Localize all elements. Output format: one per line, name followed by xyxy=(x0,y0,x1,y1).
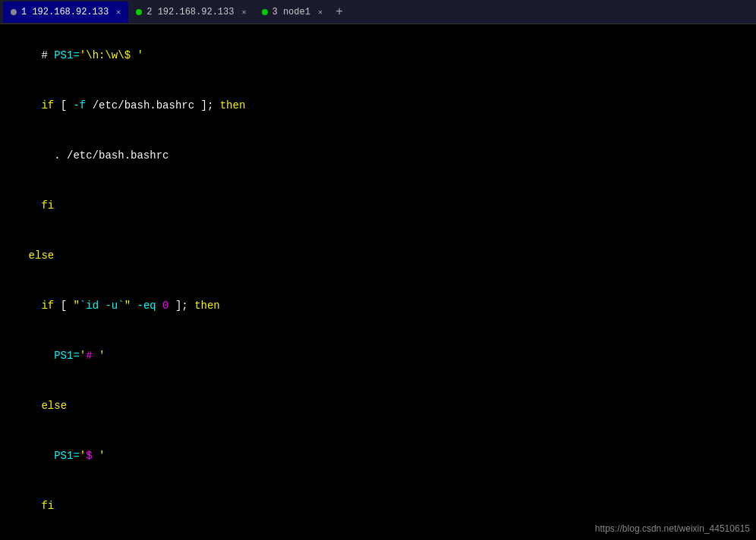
tab-3-dot xyxy=(262,9,268,15)
terminal: # PS1='\h:\w\$ ' if [ -f /etc/bash.bashr… xyxy=(0,24,756,540)
watermark: https://blog.csdn.net/weixin_44510615 xyxy=(595,523,750,534)
tab-1-dot xyxy=(11,9,17,15)
terminal-line: else xyxy=(3,231,753,281)
terminal-line: fi xyxy=(3,181,753,231)
terminal-line: else xyxy=(3,381,753,431)
tab-1-label: 1 192.168.92.133 xyxy=(21,7,109,17)
tab-3-label: 3 node1 xyxy=(272,7,310,17)
tab-3[interactable]: 3 node1 ✕ xyxy=(254,2,330,23)
terminal-line: PS1='# ' xyxy=(3,331,753,381)
terminal-line: # PS1='\h:\w\$ ' xyxy=(3,30,753,80)
tab-2-close[interactable]: ✕ xyxy=(241,8,246,17)
tab-2-label: 2 192.168.92.133 xyxy=(146,7,234,17)
terminal-line: if [ "`id -u`" -eq 0 ]; then xyxy=(3,281,753,331)
terminal-line: PS1='$ ' xyxy=(3,431,753,481)
terminal-line: if [ -f /etc/bash.bashrc ]; then xyxy=(3,80,753,130)
tab-2[interactable]: 2 192.168.92.133 ✕ xyxy=(128,2,254,23)
terminal-line: . /etc/bash.bashrc xyxy=(3,130,753,181)
tab-1[interactable]: 1 192.168.92.133 ✕ xyxy=(3,2,128,23)
tab-3-close[interactable]: ✕ xyxy=(318,8,323,17)
tab-2-dot xyxy=(136,9,142,15)
tab-1-close[interactable]: ✕ xyxy=(116,8,121,17)
new-tab-button[interactable]: + xyxy=(330,3,348,21)
tab-bar: 1 192.168.92.133 ✕ 2 192.168.92.133 ✕ 3 … xyxy=(0,0,756,24)
